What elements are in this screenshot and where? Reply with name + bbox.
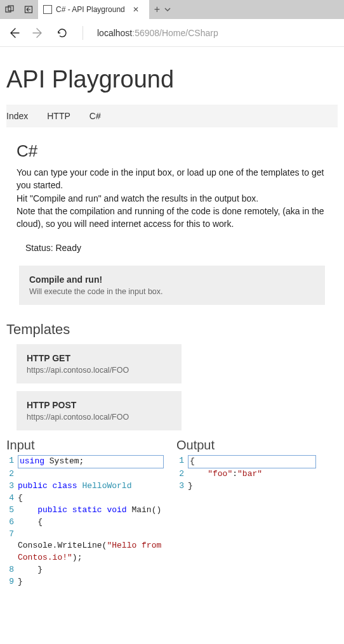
line-number: 1 — [6, 455, 18, 467]
back-button[interactable] — [8, 27, 20, 39]
code-line: 8 } — [6, 564, 164, 576]
line-number: 8 — [6, 564, 18, 576]
code-src: Console.WriteLine("Hello from Contos.io!… — [18, 529, 164, 565]
code-src: } — [188, 480, 316, 493]
tab-actions: + — [149, 0, 171, 19]
browser-tab-active[interactable]: C# - API Playground ✕ — [38, 0, 149, 19]
input-heading: Input — [6, 438, 164, 453]
address-bar[interactable]: localhost:56908/Home/CSharp — [97, 28, 218, 38]
line-number: 7 — [6, 529, 18, 541]
compile-run-button[interactable]: Compile and run! Will execute the code i… — [19, 266, 325, 305]
line-number: 5 — [6, 505, 18, 517]
code-line: 1using System; — [6, 455, 164, 468]
code-src: public class HelloWorld — [18, 480, 164, 493]
content: C# You can type your code in the input b… — [6, 127, 338, 588]
code-line: 2 — [6, 468, 164, 480]
compile-run-sub: Will execute the code in the input box. — [29, 287, 315, 296]
code-line: 9} — [6, 576, 164, 588]
code-line: 5 public static void Main() — [6, 505, 164, 517]
description: You can type your code in the input box,… — [17, 166, 327, 230]
browser-navbar: localhost:56908/Home/CSharp — [0, 19, 344, 47]
tab-http[interactable]: HTTP — [47, 110, 70, 122]
template-http-post[interactable]: HTTP POST https://api.contoso.local/FOO — [17, 391, 182, 430]
code-line: 6 { — [6, 517, 164, 529]
line-number: 2 — [176, 468, 188, 480]
code-line: 1{ — [176, 455, 316, 468]
code-src: public static void Main() — [18, 505, 164, 517]
page-icon — [43, 5, 52, 14]
nav-separator — [83, 26, 83, 40]
refresh-button[interactable] — [56, 27, 69, 39]
status-text: Status: Ready — [19, 239, 327, 257]
compile-run-title: Compile and run! — [29, 274, 315, 285]
code-output: 1{2 "foo":"bar"3} — [176, 455, 316, 493]
address-host: localhost — [97, 28, 132, 38]
code-line: 3} — [176, 480, 316, 493]
tab-csharp[interactable]: C# — [89, 110, 101, 122]
new-tab-icon[interactable]: + — [154, 4, 160, 15]
template-url: https://api.contoso.local/FOO — [27, 366, 171, 375]
code-input[interactable]: 1using System;23public class HelloWorld4… — [6, 455, 164, 588]
line-number: 2 — [6, 468, 18, 480]
address-path: :56908/Home/CSharp — [132, 28, 218, 38]
page-body: API Playground Index HTTP C# C# You can … — [0, 47, 344, 614]
tab-title: C# - API Playground — [56, 5, 125, 14]
code-src: { — [18, 517, 164, 529]
input-column: Input 1using System;23public class Hello… — [6, 438, 164, 588]
line-number: 4 — [6, 493, 18, 505]
code-src: } — [18, 564, 164, 576]
forward-button[interactable] — [32, 27, 44, 39]
output-heading: Output — [176, 438, 316, 453]
line-number: 6 — [6, 517, 18, 529]
code-src: { — [18, 493, 164, 505]
template-url: https://api.contoso.local/FOO — [27, 413, 171, 422]
page-title: API Playground — [6, 66, 338, 93]
output-column: Output 1{2 "foo":"bar"3} — [176, 438, 316, 588]
template-title: HTTP GET — [27, 353, 171, 363]
browser-titlebar: C# - API Playground ✕ + — [0, 0, 344, 19]
code-src: { — [188, 455, 316, 468]
template-title: HTTP POST — [27, 400, 171, 410]
tab-index[interactable]: Index — [6, 110, 28, 122]
code-src: } — [18, 576, 164, 588]
code-line: 4{ — [6, 493, 164, 505]
templates-heading: Templates — [6, 321, 327, 338]
code-line: 7 Console.WriteLine("Hello from Contos.i… — [6, 529, 164, 565]
line-number: 3 — [176, 480, 188, 493]
set-aside-icon[interactable] — [19, 0, 38, 19]
window-tabs-icon[interactable] — [0, 0, 19, 19]
line-number: 1 — [176, 455, 188, 467]
code-line: 2 "foo":"bar" — [176, 468, 316, 480]
line-number: 3 — [6, 480, 18, 493]
code-line: 3public class HelloWorld — [6, 480, 164, 493]
line-number: 9 — [6, 576, 18, 588]
section-heading: C# — [17, 141, 327, 161]
tabs-dropdown-icon[interactable] — [164, 6, 171, 13]
nav-tabs: Index HTTP C# — [6, 105, 338, 127]
template-http-get[interactable]: HTTP GET https://api.contoso.local/FOO — [17, 344, 182, 383]
code-src: "foo":"bar" — [188, 468, 316, 480]
code-src: using System; — [18, 455, 164, 468]
close-tab-icon[interactable]: ✕ — [129, 5, 143, 14]
